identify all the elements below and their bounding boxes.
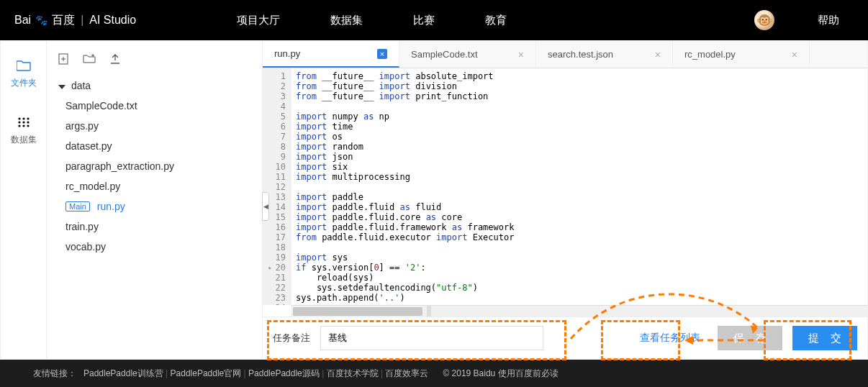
footer-link[interactable]: PaddlePaddle源码 [248,368,320,378]
task-note-input[interactable] [320,326,543,350]
footer-link[interactable]: PaddlePaddle训练营 [83,368,163,378]
close-icon[interactable]: × [518,49,524,60]
footer-link[interactable]: PaddlePaddle官网 [171,368,242,378]
footer-link[interactable]: 百度技术学院 [327,368,379,378]
new-file-icon[interactable] [57,53,70,65]
footer-copy: © 2019 Baidu 使用百度前必读 [443,368,558,380]
editor-tab[interactable]: run.py× [263,41,399,68]
folder-name: data [71,80,91,91]
close-icon[interactable]: × [792,49,797,60]
svg-point-5 [27,121,29,123]
file-name: rc_model.py [65,181,120,192]
file-item[interactable]: args.py [64,116,252,136]
file-item[interactable]: train.py [64,217,252,237]
footer: 友情链接： PaddlePaddle训练营 | PaddlePaddle官网 |… [0,360,868,387]
tab-label: rc_model.py [684,49,736,60]
panel-collapse-handle[interactable]: ◀ [262,192,269,221]
footer-label: 友情链接： [33,368,76,380]
avatar[interactable] [754,10,774,30]
logo-text-bai: Bai [14,14,31,27]
svg-point-1 [22,117,24,119]
file-item[interactable]: paragraph_extraction.py [64,156,252,176]
svg-point-2 [27,117,29,119]
editor-tab[interactable]: SampleCode.txt× [399,41,536,68]
tab-label: search.test.json [548,49,613,60]
rail-files[interactable]: 文件夹 [11,58,37,89]
logo-text-suffix: AI Studio [89,14,136,27]
editor-area: ◀ run.py×SampleCode.txt×search.test.json… [263,41,867,359]
submit-button[interactable]: 提 交 [792,326,857,350]
dataset-icon [17,115,31,129]
file-name: train.py [65,221,99,232]
file-item[interactable]: vocab.py [64,237,252,257]
top-header: Bai 🐾 百度 | AI Studio 项目大厅 数据集 比赛 教育 帮助 [0,0,868,40]
file-name: SampleCode.txt [65,100,137,111]
nav-competition[interactable]: 比赛 [413,14,435,27]
file-name: paragraph_extraction.py [65,160,174,172]
file-name: run.py [97,201,125,212]
file-item[interactable]: SampleCode.txt [64,96,252,116]
file-item[interactable]: rc_model.py [64,176,252,196]
svg-point-0 [18,117,20,119]
scroll-thumb[interactable] [293,307,422,316]
top-nav: 项目大厅 数据集 比赛 教育 [237,14,754,27]
tab-label: run.py [274,48,300,59]
close-icon[interactable]: × [655,49,661,60]
nav-datasets[interactable]: 数据集 [330,14,363,27]
svg-point-6 [18,124,20,127]
logo-divider: | [81,14,83,27]
left-rail: 文件夹 数据集 [1,41,47,359]
file-name: vocab.py [65,241,106,252]
logo[interactable]: Bai 🐾 百度 | AI Studio [14,13,136,28]
file-item[interactable]: dataset.py [64,136,252,156]
code-body[interactable]: from __future__ import absolute_importfr… [291,68,867,305]
file-item[interactable]: Mainrun.py [64,196,252,217]
rail-datasets-label: 数据集 [11,134,37,146]
upload-icon[interactable] [109,53,122,65]
file-panel: data SampleCode.txtargs.pydataset.pypara… [47,41,263,359]
new-folder-icon[interactable] [83,53,96,65]
rail-datasets[interactable]: 数据集 [11,115,37,146]
chevron-down-icon [58,85,65,89]
task-bar: 任务备注 查看任务列表 保 存 提 交 [263,317,867,359]
nav-education[interactable]: 教育 [485,14,507,27]
rail-files-label: 文件夹 [11,77,37,89]
folder-icon [17,58,31,73]
logo-text-cn: 百度 [52,13,75,28]
tab-label: SampleCode.txt [411,49,478,60]
file-name: dataset.py [65,140,112,152]
horizontal-scrollbar[interactable] [291,305,867,317]
editor-tab[interactable]: rc_model.py× [673,41,810,68]
code-editor[interactable]: 123456789101112131415161718192021222324 … [263,68,867,305]
editor-tabs: run.py×SampleCode.txt×search.test.json×r… [263,41,867,68]
task-note-label: 任务备注 [273,332,310,345]
save-button[interactable]: 保 存 [718,326,782,350]
svg-point-4 [22,121,24,123]
main-badge: Main [65,201,90,211]
svg-point-3 [18,121,20,123]
footer-link[interactable]: 百度效率云 [385,368,428,378]
file-toolbar [47,48,262,76]
help-link[interactable]: 帮助 [818,14,839,27]
file-name: args.py [65,120,99,132]
nav-projects[interactable]: 项目大厅 [237,14,280,27]
editor-tab[interactable]: search.test.json× [536,41,673,68]
scroll-track-marker [427,306,431,317]
close-icon[interactable]: × [377,49,387,59]
svg-point-7 [22,124,24,127]
file-tree: data SampleCode.txtargs.pydataset.pypara… [47,76,262,257]
svg-point-8 [27,124,29,127]
paw-icon: 🐾 [35,14,48,26]
view-tasks-link[interactable]: 查看任务列表 [640,332,700,345]
main: 文件夹 数据集 data SampleCode.txtargs.pydatase… [0,40,868,360]
line-gutter: 123456789101112131415161718192021222324 [263,68,291,305]
tree-folder-data[interactable]: data [57,76,252,96]
